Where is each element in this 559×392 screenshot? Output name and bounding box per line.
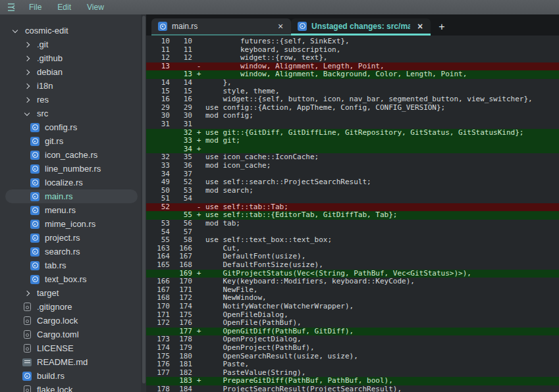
diff-line[interactable]: 178 184 ProjectSearchResult(ProjectSearc… [146,385,559,392]
diff-change-marker [192,95,205,104]
diff-line[interactable]: 166 170 Key(keyboard::Modifiers, keyboar… [146,278,559,286]
sidebar-item-label: .gitignore [37,302,72,312]
diff-line[interactable]: 53 56 mod tab; [146,220,559,228]
rust-file-icon [22,372,32,381]
diff-change-marker [192,112,205,120]
sidebar-item[interactable]: search.rs [5,245,138,258]
diff-new-line-number: 36 [170,162,192,170]
chevron-right-icon [24,55,30,61]
sidebar-item-label: line_number.rs [45,164,101,174]
diff-change-marker [192,153,205,162]
diff-old-line-number: 12 [146,54,170,62]
sidebar-item[interactable]: config.rs [5,120,138,134]
sidebar-item[interactable]: target [5,286,138,300]
diff-new-line-number: 174 [170,303,192,311]
diff-old-line-number: 178 [146,385,170,392]
diff-line[interactable]: 172 176 OpenFile(PathBuf), [146,319,559,328]
diff-old-line-number: 176 [146,360,170,369]
diff-code-text: use self::text_box::text_box; [205,236,559,245]
diff-old-line-number: 53 [146,220,170,228]
diff-line[interactable]: 51 54 [146,195,559,203]
diff-line[interactable]: 55 58 use self::text_box::text_box; [146,236,559,245]
diff-line[interactable]: 170 174 NotifyWatcher(WatcherWrapper), [146,303,559,311]
sidebar-item[interactable]: .gitignore [5,300,138,314]
diff-code-text: use self::tab::{EditorTab, GitDiffTab, T… [205,211,559,220]
diff-line[interactable]: 30 30 mod config; [146,112,559,120]
diff-line[interactable]: 14 14 }, [146,79,559,87]
sidebar-item[interactable]: icon_cache.rs [5,148,138,162]
diff-old-line-number: 55 [146,236,170,245]
sidebar-item[interactable]: .git [5,37,138,51]
sidebar-item[interactable]: .github [5,51,138,65]
sidebar-item[interactable]: LICENSE [5,341,138,355]
diff-change-marker [192,253,205,261]
sidebar-item-icon-slot [22,344,32,353]
rust-file-icon [30,206,40,215]
sidebar-item[interactable]: Cargo.lock [5,314,138,328]
diff-line[interactable]: 10 10 futures::{self, SinkExt}, [146,37,559,46]
sidebar-item[interactable]: git.rs [5,134,138,148]
diff-old-line-number: 174 [146,344,170,353]
sidebar-item[interactable]: debian [5,65,138,79]
app-menu-icon[interactable] [7,3,18,12]
diff-old-line-number: 165 [146,261,170,270]
tab-unstaged-changes[interactable]: Unstaged changes: src/main.rs × [291,18,431,36]
diff-line[interactable]: 33 36 mod icon_cache; [146,162,559,170]
sidebar-item[interactable]: text_box.rs [5,272,138,286]
sidebar-scrollbar-thumb[interactable] [142,16,146,383]
sidebar-item[interactable]: Cargo.toml [5,328,138,341]
sidebar-item[interactable]: flake.lock [5,383,138,392]
diff-new-line-number: 58 [170,236,192,245]
diff-line[interactable]: 12 12 widget::{row, text}, [146,54,559,62]
sidebar-item[interactable]: project.rs [5,231,138,245]
diff-code-text: OpenFile(PathBuf), [205,319,559,328]
tab-main-rs[interactable]: main.rs × [151,18,291,36]
diff-line[interactable]: 16 16 widget::{self, button, icon, nav_b… [146,95,559,104]
sidebar-item[interactable]: cosmic-edit [5,24,138,37]
sidebar-item[interactable]: i18n [5,79,138,93]
sidebar-item[interactable]: res [5,93,138,107]
menu-edit[interactable]: Edit [57,3,71,12]
menu-view[interactable]: View [87,3,104,12]
diff-line[interactable]: 50 53 mod search; [146,187,559,195]
tab-bar: main.rs × Unstaged changes: src/main.rs … [146,14,559,36]
sidebar-item-label: search.rs [45,247,80,257]
generic-file-icon [24,330,31,339]
diff-code-text [205,120,559,129]
diff-line[interactable]: 176 181 Paste, [146,360,559,369]
diff-change-marker [192,54,205,62]
diff-code-text: window, Alignment, Background, Color, Le… [205,70,559,79]
diff-line[interactable]: 31 31 [146,120,559,129]
diff-line[interactable]: 33 + mod git; [146,137,559,145]
sidebar-item-icon-slot [30,275,40,284]
diff-change-marker [192,278,205,286]
sidebar-item[interactable]: menu.rs [5,203,138,217]
sidebar-item-label: target [37,288,59,298]
sidebar-item[interactable]: localize.rs [5,176,138,189]
diff-change-marker [192,286,205,295]
sidebar-item-label: Cargo.toml [37,330,79,339]
sidebar-item[interactable]: main.rs [5,189,138,203]
sidebar-item[interactable]: mime_icon.rs [5,217,138,231]
sidebar-item[interactable]: line_number.rs [5,162,138,176]
diff-line[interactable]: 174 179 OpenProject(PathBuf), [146,344,559,353]
sidebar-item-icon-slot [11,26,20,36]
tab-close-icon[interactable]: × [275,21,286,32]
diff-line[interactable]: 165 168 DefaultFontSize(usize), [146,261,559,270]
sidebar-item-icon-slot [22,289,32,298]
diff-old-line-number: 14 [146,79,170,87]
new-tab-button[interactable]: + [431,18,453,36]
menu-file[interactable]: File [29,3,41,12]
diff-line[interactable]: 49 52 use self::search::ProjectSearchRes… [146,178,559,187]
rust-file-icon [30,275,40,284]
sidebar-item[interactable]: build.rs [5,369,138,383]
sidebar-item-icon-slot [22,95,32,105]
git-diff-view: 10 10 futures::{self, SinkExt}, 11 11 ke… [146,36,559,392]
sidebar-item[interactable]: README.md [5,355,138,369]
tab-title: Unstaged changes: src/main.rs [311,22,410,31]
tab-close-icon[interactable]: × [415,21,425,32]
sidebar-item[interactable]: src [5,107,138,120]
sidebar-item[interactable]: tab.rs [5,258,138,272]
diff-code-text: use config::{Action, AppTheme, Config, C… [205,104,559,112]
diff-change-marker [192,37,205,46]
